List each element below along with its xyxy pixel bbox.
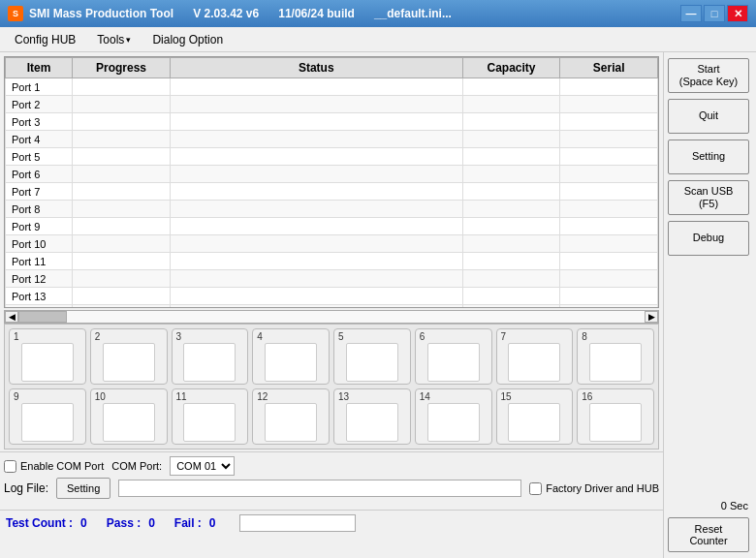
cell-item-8: Port 9 [6, 218, 73, 235]
port-square-16 [589, 403, 642, 442]
cell-capacity-4 [462, 148, 560, 166]
bottom-row1: Enable COM Port COM Port: COM 01 COM 02 … [4, 456, 659, 476]
cell-serial-1 [560, 96, 658, 113]
pass-label: Pass : [107, 516, 141, 530]
restore-button[interactable]: □ [704, 5, 725, 22]
scroll-track[interactable] [18, 311, 645, 323]
port-num-4: 4 [257, 331, 263, 342]
minimize-button[interactable]: — [680, 5, 702, 22]
menu-config-hub[interactable]: Config HUB [4, 27, 86, 51]
port-cell-6[interactable]: 6 [415, 328, 492, 385]
table-scroll[interactable]: Item Progress Status Capacity Serial Por… [5, 57, 658, 307]
cell-item-7: Port 8 [6, 201, 73, 218]
scroll-thumb[interactable] [18, 311, 67, 323]
cell-capacity-6 [462, 183, 560, 201]
port-cell-2[interactable]: 2 [90, 328, 168, 385]
cell-status-8 [170, 218, 462, 235]
port-num-8: 8 [582, 331, 587, 342]
scroll-left-arrow[interactable]: ◀ [5, 311, 18, 323]
log-file-label: Log File: [4, 481, 48, 495]
port-cell-16[interactable]: 16 [577, 388, 654, 445]
reset-counter-button[interactable]: ResetCounter [668, 517, 749, 552]
table-row: Port 11 [6, 253, 658, 270]
port-square-5 [346, 343, 398, 382]
left-area: Item Progress Status Capacity Serial Por… [0, 52, 663, 558]
cell-item-4: Port 5 [6, 148, 73, 166]
cell-progress-3 [73, 131, 171, 148]
factory-driver-label[interactable]: Factory Driver and HUB [529, 482, 659, 495]
col-header-progress: Progress [73, 58, 171, 78]
menu-dialog-option[interactable]: Dialog Option [142, 27, 234, 51]
cell-serial-11 [560, 270, 658, 288]
enable-com-checkbox[interactable] [4, 460, 16, 473]
port-cell-13[interactable]: 13 [333, 388, 411, 445]
port-square-7 [508, 343, 560, 382]
port-cell-15[interactable]: 15 [496, 388, 574, 445]
cell-status-13 [170, 305, 462, 308]
start-button[interactable]: Start(Space Key) [668, 58, 749, 93]
table-row: Port 2 [6, 96, 658, 113]
col-header-serial: Serial [560, 58, 658, 78]
close-button[interactable]: ✕ [727, 5, 748, 22]
port-square-14 [427, 403, 480, 442]
cell-progress-7 [73, 201, 171, 218]
horizontal-scrollbar[interactable]: ◀ ▶ [4, 310, 659, 324]
cell-status-0 [170, 78, 462, 96]
setting-button[interactable]: Setting [668, 140, 749, 174]
test-count-label: Test Count : [6, 516, 73, 530]
cell-status-3 [170, 131, 462, 148]
cell-item-12: Port 13 [6, 288, 73, 305]
setting-button-bottom[interactable]: Setting [56, 478, 110, 499]
fail-seg: Fail : 0 [174, 516, 216, 530]
config-file: __default.ini... [374, 7, 452, 20]
table-row: Port 5 [6, 148, 658, 166]
cell-progress-4 [73, 148, 171, 166]
cell-capacity-0 [462, 78, 560, 96]
cell-progress-11 [73, 270, 171, 288]
cell-serial-6 [560, 183, 658, 201]
port-num-16: 16 [582, 391, 592, 402]
cell-progress-12 [73, 288, 171, 305]
cell-status-12 [170, 288, 462, 305]
cell-status-2 [170, 113, 462, 131]
debug-button[interactable]: Debug [668, 221, 749, 256]
bottom-bar: Enable COM Port COM Port: COM 01 COM 02 … [0, 451, 663, 510]
port-cell-8[interactable]: 8 [577, 328, 654, 385]
col-header-item: Item [6, 58, 73, 78]
log-file-path [118, 480, 521, 497]
com-port-select[interactable]: COM 01 COM 02 COM 03 [170, 456, 235, 476]
scan-usb-button[interactable]: Scan USB(F5) [668, 180, 749, 215]
status-bar: Test Count : 0 Pass : 0 Fail : 0 [0, 510, 663, 535]
port-cell-12[interactable]: 12 [252, 388, 330, 445]
pass-value: 0 [148, 516, 155, 530]
cell-status-11 [170, 270, 462, 288]
enable-com-checkbox-label[interactable]: Enable COM Port [4, 460, 104, 473]
port-square-10 [103, 403, 155, 442]
table-row: Port 13 [6, 288, 658, 305]
port-cell-1[interactable]: 1 [9, 328, 86, 385]
port-cell-11[interactable]: 11 [172, 388, 249, 445]
enable-com-label: Enable COM Port [20, 460, 104, 472]
port-cell-5[interactable]: 5 [333, 328, 411, 385]
app-title: SMI Mass Production Tool V 2.03.42 v6 11… [29, 7, 673, 20]
port-num-11: 11 [176, 391, 187, 402]
port-cell-3[interactable]: 3 [172, 328, 249, 385]
port-cell-14[interactable]: 14 [415, 388, 492, 445]
app-name: SMI Mass Production Tool [29, 7, 173, 20]
port-cell-9[interactable]: 9 [9, 388, 86, 445]
table-row: Port 6 [6, 166, 658, 183]
bottom-row2: Log File: Setting Factory Driver and HUB [4, 478, 659, 499]
quit-button[interactable]: Quit [668, 99, 749, 134]
cell-capacity-10 [462, 253, 560, 270]
scroll-right-arrow[interactable]: ▶ [645, 311, 658, 323]
factory-driver-checkbox[interactable] [529, 482, 542, 495]
port-square-15 [508, 403, 560, 442]
cell-item-0: Port 1 [6, 78, 73, 96]
port-cell-10[interactable]: 10 [90, 388, 168, 445]
port-cell-4[interactable]: 4 [252, 328, 330, 385]
tools-dropdown-icon: ▾ [126, 35, 131, 45]
port-cell-7[interactable]: 7 [496, 328, 574, 385]
menu-tools[interactable]: Tools ▾ [86, 27, 142, 51]
cell-capacity-13 [462, 305, 560, 308]
pass-seg: Pass : 0 [107, 516, 155, 530]
